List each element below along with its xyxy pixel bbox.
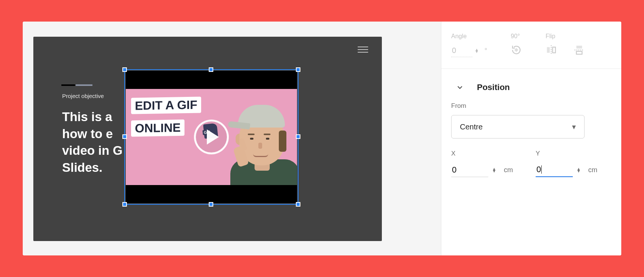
flip-vertical-icon[interactable] (574, 44, 585, 56)
chevron-down-icon (456, 83, 464, 92)
y-field: Y 0 ▲▼ cm (536, 150, 597, 177)
thumbnail-text-1: EDIT A GIF (131, 96, 201, 114)
svg-rect-0 (514, 48, 519, 52)
selected-video-object[interactable]: EDIT A GIF ONLINE GIF (124, 69, 299, 205)
caret-down-icon: ▾ (572, 122, 576, 131)
angle-group: Angle ▲▼ ° (451, 33, 487, 57)
resize-handle-bm[interactable] (209, 202, 213, 207)
svg-rect-6 (577, 51, 582, 54)
angle-input[interactable] (451, 44, 472, 57)
from-select[interactable]: Centre ▾ (451, 115, 585, 138)
resize-handle-ml[interactable] (122, 134, 127, 139)
rotate-90-label: 90° (511, 33, 520, 40)
degree-symbol: ° (485, 47, 487, 55)
thumbnail-person (217, 90, 297, 185)
thumbnail-text-2: ONLINE (131, 120, 184, 137)
canvas-area[interactable]: Project objective This is ahow to evideo… (23, 22, 441, 255)
rotate-90-group: 90° (511, 33, 522, 56)
y-label: Y (536, 150, 597, 157)
slide[interactable]: Project objective This is ahow to evideo… (33, 37, 382, 241)
from-label: From (451, 102, 611, 110)
x-input[interactable] (451, 163, 488, 177)
y-unit: cm (588, 166, 597, 174)
video-thumbnail: EDIT A GIF ONLINE GIF (126, 71, 297, 203)
position-section-header[interactable]: Position (451, 69, 611, 102)
text-caret (541, 165, 542, 174)
y-input[interactable]: 0 (536, 163, 573, 177)
x-stepper[interactable]: ▲▼ (492, 168, 496, 172)
resize-handle-bl[interactable] (122, 202, 127, 207)
play-icon[interactable] (194, 120, 229, 154)
from-field: From Centre ▾ (451, 102, 611, 138)
title-accent (62, 84, 92, 86)
position-title: Position (477, 82, 510, 92)
resize-handle-tl[interactable] (122, 67, 127, 72)
x-label: X (451, 150, 513, 157)
svg-rect-2 (547, 47, 550, 53)
flip-label: Flip (546, 33, 555, 40)
flip-horizontal-icon[interactable] (546, 44, 557, 56)
resize-handle-tr[interactable] (296, 67, 300, 72)
angle-label: Angle (451, 33, 467, 40)
svg-rect-5 (577, 46, 582, 49)
x-unit: cm (504, 166, 513, 174)
rotate-90-icon[interactable] (511, 44, 522, 56)
x-field: X ▲▼ cm (451, 150, 513, 177)
from-value: Centre (460, 123, 483, 131)
svg-rect-3 (553, 47, 556, 53)
hamburger-icon[interactable] (358, 47, 368, 53)
angle-stepper[interactable]: ▲▼ (475, 49, 480, 53)
resize-handle-tm[interactable] (209, 67, 213, 72)
flip-group: Flip (546, 33, 585, 56)
app-frame: Project objective This is ahow to evideo… (23, 22, 621, 255)
format-sidebar: Angle ▲▼ ° 90° Flip (441, 22, 621, 255)
resize-handle-br[interactable] (296, 202, 300, 207)
slide-subheading: Project objective (62, 93, 104, 99)
resize-handle-mr[interactable] (296, 134, 300, 139)
y-stepper[interactable]: ▲▼ (577, 168, 581, 172)
xy-row: X ▲▼ cm Y 0 ▲▼ cm (451, 150, 611, 177)
transform-row: Angle ▲▼ ° 90° Flip (451, 22, 611, 66)
